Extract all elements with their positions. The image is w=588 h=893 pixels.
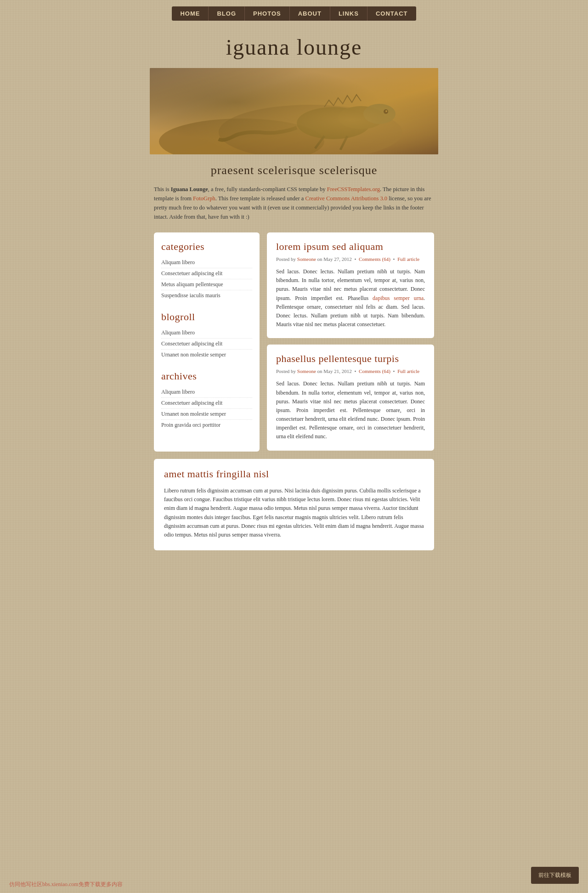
blogroll-heading: blogroll: [161, 311, 252, 323]
download-button[interactable]: 前往下载模板: [531, 867, 579, 884]
nav-links[interactable]: LINKS: [330, 6, 368, 21]
posted-by-label: Posted by: [276, 368, 296, 374]
article-title: lorem ipsum sed aliquam: [276, 241, 425, 253]
article-meta: Posted by Someone on May 21, 2012 • Comm…: [276, 368, 425, 374]
svg-point-6: [384, 109, 388, 114]
meta-separator: •: [393, 256, 396, 262]
full-article-link[interactable]: Full article: [397, 256, 419, 262]
article-author-link[interactable]: Someone: [297, 256, 316, 262]
blogroll-list: Aliquam libero Consectetuer adipiscing e…: [161, 328, 252, 360]
svg-line-8: [315, 136, 324, 148]
archives-list: Aliquam libero Consectetuer adipiscing e…: [161, 387, 252, 430]
svg-point-1: [219, 105, 402, 154]
list-item[interactable]: Aliquam libero: [161, 257, 252, 268]
content-wrapper: praesent scelerisque scelerisque This is…: [149, 164, 439, 550]
sidebar: categories Aliquam libero Consectetuer a…: [154, 232, 260, 452]
fotograph-link[interactable]: FotoGrph: [193, 195, 215, 202]
list-item[interactable]: Suspendisse iaculis mauris: [161, 290, 252, 301]
svg-point-3: [297, 107, 370, 139]
list-item[interactable]: Consectetuer adipiscing elit: [161, 339, 252, 350]
svg-point-7: [385, 110, 387, 112]
inline-link[interactable]: dapibus semper urna: [373, 295, 424, 301]
list-item[interactable]: Urnanet non molestie semper: [161, 350, 252, 360]
list-item[interactable]: Metus aliquam pellentesque: [161, 279, 252, 290]
categories-list: Aliquam libero Consectetuer adipiscing e…: [161, 257, 252, 301]
nav-contact[interactable]: CONTACT: [368, 6, 416, 21]
hero-image: [150, 68, 438, 154]
svg-rect-0: [150, 68, 438, 154]
archives-heading: archives: [161, 370, 252, 382]
watermark: 仿同他写社区bbs.xieniao.com免费下载更多内容: [9, 881, 123, 888]
bottom-article: amet mattis fringilla nisl Libero rutrum…: [154, 459, 434, 550]
intro-text: This is Iguana Lounge, a free, fully sta…: [154, 185, 434, 221]
page-heading: praesent scelerisque scelerisque: [154, 164, 434, 177]
nav-about[interactable]: ABOUT: [290, 6, 330, 21]
article-title: phasellus pellentesque turpis: [276, 353, 425, 365]
comments-link[interactable]: Comments (64): [359, 256, 390, 262]
full-article-link[interactable]: Full article: [397, 368, 419, 374]
article-card: lorem ipsum sed aliquam Posted by Someon…: [267, 232, 434, 338]
site-title: iguana lounge: [0, 25, 588, 68]
meta-separator: •: [354, 256, 357, 262]
nav-photos[interactable]: PHOTOS: [245, 6, 290, 21]
svg-rect-10: [150, 68, 438, 154]
nav-home[interactable]: HOME: [172, 6, 209, 21]
meta-separator: •: [393, 368, 396, 374]
list-item[interactable]: Consectetuer adipiscing elit: [161, 398, 252, 409]
svg-point-2: [159, 119, 324, 154]
article-body: Sed lacus. Donec lectus. Nullam pretium …: [276, 267, 425, 329]
list-item[interactable]: Consectetuer adipiscing elit: [161, 268, 252, 279]
article-card: phasellus pellentesque turpis Posted by …: [267, 345, 434, 450]
bottom-article-body: Libero rutrum felis dignissim accumsan c…: [164, 486, 424, 539]
svg-point-4: [338, 106, 384, 129]
list-item[interactable]: Urnanet non molestie semper: [161, 409, 252, 420]
license-link[interactable]: Creative Commons Attributions 3.0: [305, 195, 387, 202]
brand-name: Iguana Lounge: [171, 186, 208, 192]
posted-by-label: Posted by: [276, 256, 296, 262]
article-date: on May 21, 2012: [317, 368, 352, 374]
articles-column: lorem ipsum sed aliquam Posted by Someon…: [267, 232, 434, 452]
main-nav: HOME BLOG PHOTOS ABOUT LINKS CONTACT: [0, 0, 588, 25]
bottom-article-title: amet mattis fringilla nisl: [164, 468, 424, 480]
meta-separator: •: [354, 368, 357, 374]
article-date: on May 27, 2012: [317, 256, 352, 262]
list-item[interactable]: Proin gravida orci porttitor: [161, 420, 252, 430]
list-item[interactable]: Aliquam libero: [161, 328, 252, 339]
article-body: Sed lacus. Donec lectus. Nullam pretium …: [276, 379, 425, 441]
svg-point-5: [363, 104, 396, 124]
two-col-layout: categories Aliquam libero Consectetuer a…: [154, 232, 434, 452]
svg-line-9: [340, 136, 347, 150]
freecss-link[interactable]: FreeCSSTemplates.org: [327, 186, 380, 192]
categories-heading: categories: [161, 241, 252, 253]
nav-blog[interactable]: BLOG: [209, 6, 245, 21]
comments-link[interactable]: Comments (64): [359, 368, 390, 374]
article-author-link[interactable]: Someone: [297, 368, 316, 374]
list-item[interactable]: Aliquam libero: [161, 387, 252, 398]
article-meta: Posted by Someone on May 27, 2012 • Comm…: [276, 256, 425, 262]
